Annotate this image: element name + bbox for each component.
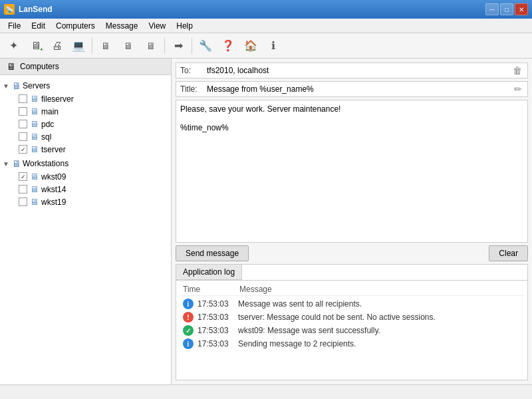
log-content: Time Message i 17:53:03 Message was sent… [176, 281, 527, 380]
log-header: Time Message [179, 283, 525, 296]
sql-label: sql [41, 132, 51, 142]
computers-panel: 🖥 Computers ▼ 🖥 Servers 🖥 fileserver [0, 59, 172, 384]
to-field-row: To: 🗑 [176, 63, 528, 78]
menu-file[interactable]: File [3, 20, 26, 32]
fileserver-label: fileserver [41, 94, 74, 104]
workstations-expand-icon: ▼ [3, 160, 11, 168]
menu-message[interactable]: Message [100, 20, 144, 32]
list-item[interactable]: 🖥 sql [16, 130, 171, 143]
log-tab-bar: Application log [176, 265, 527, 281]
computers-tab-label: Computers [20, 62, 59, 71]
servers-expand-icon: ▼ [3, 82, 11, 90]
log-message-2: wkst09: Message was sent successfully. [238, 326, 521, 335]
menu-view[interactable]: View [143, 20, 171, 32]
to-label: To: [180, 66, 204, 75]
list-item[interactable]: 🖥 tserver [16, 143, 171, 156]
send-message-button[interactable]: Send message [176, 245, 249, 261]
log-error-icon: ! [183, 312, 194, 323]
log-time-1: 17:53:03 [198, 313, 234, 322]
title-input[interactable] [207, 84, 510, 94]
list-item[interactable]: 🖥 fileserver [16, 92, 171, 105]
log-info-icon: i [183, 299, 194, 309]
log-time-header: Time [183, 285, 226, 294]
wand-tool-button[interactable]: ✦ [3, 36, 24, 56]
wkst09-label: wkst09 [41, 172, 66, 182]
wkst09-icon: 🖥 [30, 172, 39, 182]
tserver-checkbox[interactable] [19, 145, 27, 154]
log-message-3: Sending message to 2 recipients. [238, 339, 521, 348]
sql-icon: 🖥 [30, 132, 39, 142]
refresh-button[interactable]: 💻 [68, 36, 89, 56]
menu-help[interactable]: Help [171, 20, 198, 32]
right-panel: To: 🗑 Title: ✏ Please, save your work. S… [172, 59, 532, 384]
log-row: ✓ 17:53:03 wkst09: Message was sent succ… [179, 324, 525, 337]
to-clear-icon[interactable]: 🗑 [511, 65, 523, 76]
log-section: Application log Time Message i 17:53:03 … [176, 264, 528, 380]
log-row: i 17:53:03 Sending message to 2 recipien… [179, 337, 525, 350]
to-input[interactable] [207, 66, 509, 75]
log-time-3: 17:53:03 [198, 339, 234, 348]
main-icon: 🖥 [30, 106, 39, 116]
pdc-label: pdc [41, 120, 54, 129]
main-area: 🖥 Computers ▼ 🖥 Servers 🖥 fileserver [0, 59, 532, 384]
fileserver-icon: 🖥 [30, 94, 39, 104]
home-button[interactable]: 🏠 [240, 36, 261, 56]
list-item[interactable]: 🖥 pdc [16, 118, 171, 130]
window-title: LanSend [19, 5, 485, 14]
close-button[interactable]: ✕ [515, 3, 528, 15]
wkst14-checkbox[interactable] [19, 185, 27, 194]
servers-group-label: Servers [23, 81, 50, 90]
message-textarea[interactable]: Please, save your work. Server maintenan… [176, 100, 527, 242]
sql-checkbox[interactable] [19, 132, 27, 141]
maximize-button[interactable]: □ [500, 3, 513, 15]
fileserver-checkbox[interactable] [19, 94, 27, 103]
workstations-group-icon: 🖥 [12, 158, 21, 169]
workstations-group-header[interactable]: ▼ 🖥 Workstations [0, 157, 171, 170]
title-edit-icon[interactable]: ✏ [513, 84, 523, 94]
servers-group-icon: 🖥 [12, 80, 21, 91]
pdc-icon: 🖥 [30, 119, 39, 129]
servers-children: 🖥 fileserver 🖥 main 🖥 pdc [16, 92, 171, 156]
log-time-2: 17:53:03 [198, 326, 234, 335]
broadcast-button[interactable]: 🖥 [140, 36, 162, 56]
remove-computers-button[interactable]: 🖨 [47, 36, 68, 56]
minimize-button[interactable]: ─ [485, 3, 499, 15]
wkst09-checkbox[interactable] [19, 172, 27, 181]
button-row: Send message Clear [176, 245, 528, 261]
menu-edit[interactable]: Edit [26, 20, 51, 32]
pdc-checkbox[interactable] [19, 120, 27, 128]
info-button[interactable]: ℹ [263, 36, 284, 56]
message-area: Please, save your work. Server maintenan… [176, 100, 528, 243]
send-message-tool-button[interactable]: ➡ [168, 36, 189, 56]
help-button[interactable]: ❓ [217, 36, 239, 56]
log-row: i 17:53:03 Message was sent to all recip… [179, 297, 525, 311]
wkst19-icon: 🖥 [30, 197, 39, 207]
log-success-icon: ✓ [183, 325, 194, 336]
add-computers-button[interactable]: 🖥+ [25, 36, 47, 56]
window-controls: ─ □ ✕ [485, 3, 528, 15]
list-item[interactable]: 🖥 wkst14 [16, 183, 171, 196]
send-right-button[interactable]: 🖥 [118, 36, 139, 56]
clear-button[interactable]: Clear [489, 245, 528, 261]
application-log-tab[interactable]: Application log [176, 265, 242, 280]
list-item[interactable]: 🖥 main [16, 105, 171, 118]
log-message-0: Message was sent to all recipients. [238, 299, 521, 309]
servers-group-header[interactable]: ▼ 🖥 Servers [0, 79, 171, 92]
log-info-icon-2: i [183, 338, 194, 349]
log-message-header: Message [239, 285, 521, 294]
wkst19-checkbox[interactable] [19, 198, 27, 206]
computers-tab[interactable]: 🖥 Computers [0, 59, 171, 75]
toolbar: ✦ 🖥+ 🖨 💻 🖥 🖥 🖥 ➡ 🔧 ❓ 🏠 ℹ [0, 33, 532, 59]
send-left-button[interactable]: 🖥 [95, 36, 116, 56]
list-item[interactable]: 🖥 wkst09 [16, 170, 171, 183]
tserver-icon: 🖥 [30, 144, 39, 154]
list-item[interactable]: 🖥 wkst19 [16, 196, 171, 208]
main-checkbox[interactable] [19, 107, 27, 116]
status-bar [0, 384, 532, 399]
workstations-group-label: Workstations [23, 159, 68, 168]
settings-button[interactable]: 🔧 [195, 36, 216, 56]
computers-tree: ▼ 🖥 Servers 🖥 fileserver 🖥 main [0, 75, 171, 384]
workstations-children: 🖥 wkst09 🖥 wkst14 🖥 wkst19 [16, 170, 171, 208]
menu-computers[interactable]: Computers [51, 20, 100, 32]
log-time-0: 17:53:03 [198, 299, 234, 309]
